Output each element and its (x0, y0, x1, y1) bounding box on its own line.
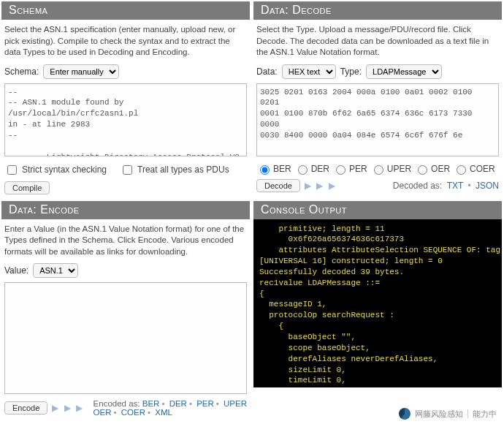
radio-per[interactable]: PER (332, 163, 367, 175)
radio-coer[interactable]: COER (453, 163, 495, 175)
radio-uper[interactable]: UPER (370, 163, 411, 175)
value-format-select[interactable]: ASN.1 (33, 263, 78, 278)
console-panel: Console Output primitive; length = 11 0x… (253, 201, 502, 420)
encode-panel: Data: Encode Enter a Value (in the ASN.1… (1, 201, 250, 420)
enc-uper[interactable]: UPER (224, 399, 247, 408)
enc-der[interactable]: DER (169, 399, 187, 408)
hex-textarea[interactable] (256, 83, 499, 156)
encode-title: Data: Encode (1, 201, 250, 219)
play-icons[interactable]: ▶ ▶ ▶ (305, 181, 337, 191)
encode-desc: Enter a Value (in the ASN.1 Value Notati… (4, 224, 247, 258)
encoded-as: Encoded as: BER• DER• PER• UPER OER• COE… (93, 399, 247, 417)
decode-title: Data: Decode (253, 1, 502, 20)
radio-ber[interactable]: BER (256, 163, 291, 175)
encode-play-icons[interactable]: ▶ ▶ ▶ (52, 403, 84, 413)
encode-textarea[interactable] (4, 282, 247, 394)
schema-select[interactable]: Enter manually (43, 64, 119, 79)
compile-button[interactable]: Compile (4, 181, 50, 194)
encoding-radios: BER DER PER UPER OER COER (256, 163, 499, 175)
type-label: Type: (340, 67, 362, 77)
data-label: Data: (256, 67, 278, 77)
strict-checkbox[interactable]: Strict syntax checking (4, 163, 107, 177)
watermark: 网藤风险感知 能力中 (394, 406, 501, 421)
radio-der[interactable]: DER (294, 163, 329, 175)
enc-coer[interactable]: COER (121, 408, 145, 417)
type-select[interactable]: LDAPMessage (366, 64, 442, 79)
enc-ber[interactable]: BER (142, 399, 160, 408)
radio-oer[interactable]: OER (414, 163, 450, 175)
decode-panel: Data: Decode Select the Type. Upload a m… (253, 1, 502, 197)
schema-title: Schema (1, 1, 250, 20)
treat-checkbox[interactable]: Treat all types as PDUs (120, 163, 229, 177)
schema-label: Schema: (4, 67, 39, 77)
encode-button[interactable]: Encode (4, 401, 47, 414)
decode-button[interactable]: Decode (256, 179, 300, 192)
enc-xml[interactable]: XML (155, 408, 172, 417)
data-format-select[interactable]: HEX text (282, 64, 336, 79)
watermark-logo-icon (399, 408, 411, 420)
schema-desc: Select the ASN.1 specification (enter ma… (4, 24, 247, 58)
schema-panel: Schema Select the ASN.1 specification (e… (1, 1, 250, 197)
console-output: primitive; length = 11 0x6f626a656374636… (253, 219, 502, 387)
decoded-json-link[interactable]: JSON (476, 181, 499, 191)
enc-per[interactable]: PER (196, 399, 214, 408)
console-title: Console Output (253, 201, 502, 219)
enc-oer[interactable]: OER (93, 408, 112, 417)
decoded-as: Decoded as: TXT • JSON (393, 181, 499, 191)
decode-desc: Select the Type. Upload a message/PDU/re… (256, 24, 499, 58)
watermark-sub: 能力中 (473, 409, 497, 420)
decoded-txt-link[interactable]: TXT (447, 181, 463, 191)
schema-textarea[interactable] (4, 83, 247, 156)
value-label: Value: (4, 265, 28, 276)
watermark-brand: 网藤风险感知 (415, 409, 463, 420)
